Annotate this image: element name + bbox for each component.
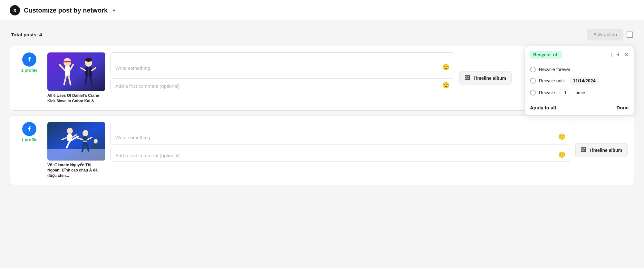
done-button[interactable]: Done: [617, 105, 629, 110]
inputs-section-1: Write something 🙂 Add a first comment (o…: [111, 52, 454, 92]
page-wrapper: 3 Customize post by network ▾ Total post…: [0, 0, 644, 268]
timeline-album-label-2: Timeline album: [589, 148, 622, 153]
recycle-popup: Recycle: off ↑ ⠿ ✕ Recycle forever Recyc…: [524, 46, 634, 115]
recycle-option-forever: Recycle forever: [530, 67, 629, 72]
svg-rect-0: [47, 52, 105, 91]
bulk-action-group: Bulk action: [587, 29, 633, 41]
svg-rect-3: [65, 66, 70, 76]
comment-placeholder-1: Add a first comment (optional): [115, 83, 180, 89]
recycle-options: Recycle forever Recycle until 11/14/2024…: [525, 62, 634, 101]
apply-to-all-button[interactable]: Apply to all: [530, 105, 556, 110]
step-badge: 3: [10, 5, 20, 15]
svg-point-9: [85, 58, 92, 62]
write-placeholder-1: Write something: [115, 65, 150, 71]
facebook-icon-2: [22, 122, 36, 136]
recycle-forever-label: Recycle forever: [539, 67, 570, 72]
recycle-times-label: Recycle: [539, 90, 555, 95]
section-title: Customize post by network: [24, 7, 108, 14]
album-icon-2: 🖼: [581, 147, 587, 153]
facebook-icon-1: [22, 52, 36, 67]
emoji-icon-comment-1[interactable]: 🙂: [442, 82, 449, 89]
svg-point-31: [94, 139, 98, 143]
thumbnail-section-2: Võ sĩ karate Nguyễn Thị Ngoan: Đỉnh cao …: [47, 122, 105, 179]
recycle-until-radio[interactable]: [530, 78, 536, 84]
thumbnail-section-1: All 6 Uses Of Daniel's Crane Kick Move I…: [47, 52, 105, 104]
thumbnail-image-1: [47, 52, 105, 91]
svg-rect-26: [83, 141, 87, 142]
post-card-2: 1 profile: [10, 115, 634, 185]
album-icon-1: 🖼: [465, 75, 471, 81]
recycle-until-date[interactable]: 11/14/2024: [570, 77, 599, 85]
recycle-off-badge: Recycle: off: [530, 51, 562, 59]
svg-rect-32: [94, 143, 97, 149]
bulk-action-button[interactable]: Bulk action: [587, 29, 623, 41]
popup-footer: Apply to all Done: [525, 101, 634, 115]
write-something-input-2[interactable]: Write something 🙂: [111, 122, 570, 144]
section-header: 3 Customize post by network ▾: [0, 0, 644, 21]
profile-section-2: 1 profile: [16, 122, 42, 142]
recycle-times-input[interactable]: [560, 89, 571, 96]
svg-point-24: [82, 130, 88, 136]
content-area: Total posts: 4 Bulk action 1 profile: [10, 21, 634, 185]
emoji-icon-2[interactable]: 🙂: [558, 133, 565, 140]
recycle-option-times: Recycle times: [530, 89, 629, 96]
thumbnail-image-2: [47, 122, 105, 161]
thumbnail-caption-2: Võ sĩ karate Nguyễn Thị Ngoan: Đỉnh cao …: [47, 162, 105, 179]
recycle-forever-radio[interactable]: [530, 67, 536, 72]
svg-rect-17: [47, 149, 105, 161]
thumbnail-caption-1: All 6 Uses Of Daniel's Crane Kick Move I…: [47, 93, 105, 104]
comment-placeholder-2: Add a first comment (optional): [115, 153, 180, 158]
grid-dots-icon[interactable]: ⠿: [616, 52, 620, 58]
close-popup-icon[interactable]: ✕: [624, 51, 629, 58]
inputs-section-2: Write something 🙂 Add a first comment (o…: [111, 122, 570, 162]
total-posts-label: Total posts: 4: [11, 32, 42, 37]
timeline-album-button-1[interactable]: 🖼 Timeline album: [459, 71, 512, 85]
profile-label-2: 1 profile: [21, 137, 38, 142]
toolbar-row: Total posts: 4 Bulk action: [10, 29, 634, 41]
timeline-album-label-1: Timeline album: [473, 76, 506, 81]
timeline-album-button-2[interactable]: 🖼 Timeline album: [575, 143, 628, 157]
comment-input-1[interactable]: Add a first comment (optional) 🙂: [111, 78, 454, 92]
recycle-option-until: Recycle until 11/14/2024: [530, 77, 629, 85]
write-placeholder-2: Write something: [115, 135, 150, 140]
svg-rect-25: [83, 136, 87, 144]
recycle-until-label: Recycle until: [539, 78, 564, 83]
emoji-icon-1[interactable]: 🙂: [442, 64, 449, 71]
comment-input-2[interactable]: Add a first comment (optional) 🙂: [111, 148, 570, 162]
write-something-input-1[interactable]: Write something 🙂: [111, 52, 454, 75]
post-card-1: 1 profile: [10, 46, 634, 111]
profile-section-1: 1 profile: [16, 52, 42, 73]
svg-rect-11: [88, 67, 89, 77]
chevron-down-icon[interactable]: ▾: [113, 7, 115, 14]
profile-label-1: 1 profile: [21, 68, 38, 73]
bulk-select-checkbox[interactable]: [627, 32, 633, 38]
emoji-icon-comment-2[interactable]: 🙂: [558, 151, 565, 158]
arrow-up-icon[interactable]: ↑: [610, 51, 613, 58]
popup-header-actions: ↑ ⠿ ✕: [610, 51, 629, 58]
recycle-popup-header: Recycle: off ↑ ⠿ ✕: [525, 46, 634, 62]
recycle-times-suffix: times: [576, 90, 586, 95]
svg-rect-2: [63, 61, 71, 62]
svg-point-18: [67, 128, 73, 134]
recycle-times-radio[interactable]: [530, 90, 536, 96]
